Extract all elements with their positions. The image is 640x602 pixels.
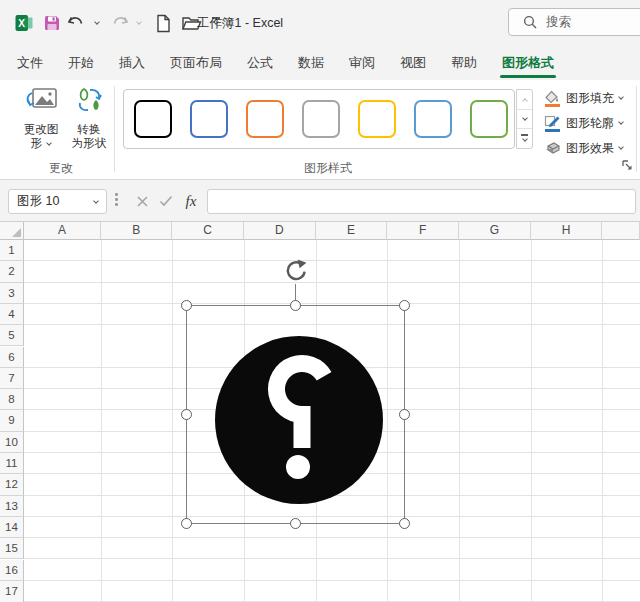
- style-swatch-3[interactable]: [246, 100, 284, 138]
- select-all-corner[interactable]: [0, 222, 24, 240]
- formula-bar-strip: 图形 10 fx: [0, 180, 640, 222]
- column-header-d[interactable]: D: [244, 222, 316, 240]
- save-button[interactable]: [41, 12, 63, 34]
- row-header-13[interactable]: 13: [0, 496, 24, 517]
- excel-window: X 工作簿1 - Excel 搜索 文件 开始 插入: [0, 0, 640, 602]
- row-header-5[interactable]: 5: [0, 325, 24, 346]
- row-header-3[interactable]: 3: [0, 283, 24, 304]
- resize-handle-top-right[interactable]: [399, 300, 410, 311]
- column-header-g[interactable]: G: [459, 222, 531, 240]
- row-header-7[interactable]: 7: [0, 368, 24, 389]
- redo-dropdown-chevron[interactable]: [136, 19, 142, 25]
- change-group-label: 更改: [8, 160, 114, 177]
- gallery-more-button[interactable]: [517, 129, 532, 148]
- tab-insert[interactable]: 插入: [117, 45, 147, 80]
- undo-dropdown-chevron[interactable]: [94, 19, 100, 25]
- tab-shape-format[interactable]: 图形格式: [500, 45, 556, 80]
- resize-handle-bottom-center[interactable]: [290, 518, 301, 529]
- tab-formulas[interactable]: 公式: [245, 45, 275, 80]
- enter-button[interactable]: [155, 190, 177, 212]
- ribbon: 更改图 形 转换 为形状 更改: [0, 80, 640, 180]
- shape-fill-button[interactable]: 图形填充: [544, 87, 623, 109]
- resize-handle-bottom-right[interactable]: [399, 518, 410, 529]
- column-header-h[interactable]: H: [531, 222, 603, 240]
- column-header-b[interactable]: B: [101, 222, 172, 240]
- formula-input[interactable]: [207, 189, 636, 214]
- redo-button[interactable]: [108, 12, 130, 34]
- group-separator: [114, 86, 115, 172]
- tab-home[interactable]: 开始: [66, 45, 96, 80]
- row-header-11[interactable]: 11: [0, 453, 24, 474]
- shape-fill-dropdown-chevron: [618, 94, 624, 100]
- cancel-button[interactable]: [131, 190, 153, 212]
- active-tab-underline: [500, 75, 556, 78]
- tab-file[interactable]: 文件: [15, 45, 45, 80]
- dialog-launcher-button[interactable]: [620, 158, 636, 174]
- window-title: 工作簿1 - Excel: [197, 15, 283, 32]
- gallery-scroll-controls: [516, 89, 533, 149]
- formula-bar-grip[interactable]: [115, 193, 118, 206]
- column-header-partial[interactable]: [602, 222, 640, 240]
- search-icon: [523, 15, 537, 29]
- convert-to-shape-button[interactable]: 转换 为形状: [66, 86, 112, 156]
- undo-button[interactable]: [66, 12, 88, 34]
- search-placeholder: 搜索: [546, 14, 571, 31]
- select-all-triangle: [12, 228, 21, 237]
- style-swatch-6[interactable]: [414, 100, 452, 138]
- tab-page-layout[interactable]: 页面布局: [168, 45, 224, 80]
- column-header-c[interactable]: C: [172, 222, 244, 240]
- column-header-f[interactable]: F: [387, 222, 459, 240]
- row-header-16[interactable]: 16: [0, 560, 24, 581]
- change-graphic-label-line2: 形: [31, 137, 43, 149]
- style-swatch-1[interactable]: [134, 100, 172, 138]
- shape-effects-button[interactable]: 图形效果: [544, 137, 623, 159]
- tab-help[interactable]: 帮助: [449, 45, 479, 80]
- shape-effects-icon: [544, 140, 561, 157]
- shape-selection-border[interactable]: [186, 305, 405, 524]
- resize-handle-middle-left[interactable]: [181, 409, 192, 420]
- resize-handle-top-left[interactable]: [181, 300, 192, 311]
- row-header-2[interactable]: 2: [0, 261, 24, 282]
- shape-outline-dropdown-chevron: [618, 119, 624, 125]
- tab-view[interactable]: 视图: [398, 45, 428, 80]
- gridline: [101, 240, 102, 602]
- resize-handle-top-center[interactable]: [290, 300, 301, 311]
- resize-handle-bottom-left[interactable]: [181, 518, 192, 529]
- name-box[interactable]: 图形 10: [8, 189, 107, 214]
- row-header-15[interactable]: 15: [0, 538, 24, 559]
- new-file-button[interactable]: [152, 12, 174, 34]
- resize-handle-middle-right[interactable]: [399, 409, 410, 420]
- row-header-14[interactable]: 14: [0, 517, 24, 538]
- convert-to-shape-icon: [72, 86, 106, 118]
- gridline: [531, 240, 532, 602]
- row-header-12[interactable]: 12: [0, 474, 24, 495]
- search-box[interactable]: 搜索: [508, 8, 640, 36]
- row-header-10[interactable]: 10: [0, 432, 24, 453]
- svg-text:X: X: [18, 18, 25, 29]
- insert-function-button[interactable]: fx: [180, 190, 202, 212]
- column-header-e[interactable]: E: [316, 222, 388, 240]
- change-graphic-button[interactable]: 更改图 形: [18, 86, 64, 156]
- change-graphic-icon: [24, 86, 58, 118]
- row-header-17[interactable]: 17: [0, 581, 24, 602]
- style-swatch-7[interactable]: [470, 100, 508, 138]
- shape-styles-gallery: [123, 89, 515, 149]
- style-swatch-4[interactable]: [302, 100, 340, 138]
- column-header-a[interactable]: A: [24, 222, 101, 240]
- style-swatch-2[interactable]: [190, 100, 228, 138]
- gridline: [172, 240, 173, 602]
- row-header-4[interactable]: 4: [0, 304, 24, 325]
- row-header-8[interactable]: 8: [0, 389, 24, 410]
- gallery-scroll-up-button[interactable]: [517, 90, 532, 110]
- tab-review[interactable]: 审阅: [347, 45, 377, 80]
- ribbon-tab-bar: 文件 开始 插入 页面布局 公式 数据 审阅 视图 帮助 图形格式: [0, 45, 640, 80]
- shape-outline-button[interactable]: 图形轮廓: [544, 112, 623, 134]
- tab-data[interactable]: 数据: [296, 45, 326, 80]
- rotation-handle[interactable]: [283, 258, 309, 284]
- shape-outline-icon: [544, 115, 561, 132]
- row-header-1[interactable]: 1: [0, 240, 24, 261]
- gallery-scroll-down-button[interactable]: [517, 110, 532, 130]
- row-header-6[interactable]: 6: [0, 347, 24, 368]
- row-header-9[interactable]: 9: [0, 410, 24, 431]
- style-swatch-5[interactable]: [358, 100, 396, 138]
